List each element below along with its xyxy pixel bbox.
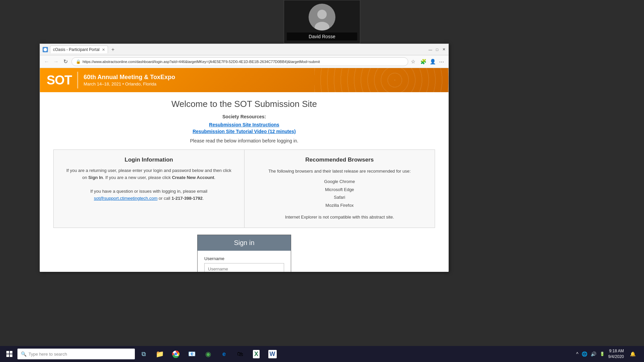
browser-title-bar: cOasis - Participant Portal ✕ + — □ ✕ <box>40 44 448 55</box>
page-content: SOT 60th Annual Meeting & ToxExpo March … <box>40 68 448 272</box>
browser-tab[interactable]: cOasis - Participant Portal ✕ <box>50 46 108 53</box>
signin-body: Username <box>198 251 291 272</box>
sot-logo: SOT <box>47 73 72 87</box>
society-resources-label: Society Resources: <box>53 114 435 119</box>
taskbar-app-outlook[interactable]: 📧 <box>184 347 199 361</box>
start-button[interactable] <box>3 347 16 361</box>
browser-window: cOasis - Participant Portal ✕ + — □ ✕ ← … <box>40 44 449 272</box>
forward-button[interactable]: → <box>53 58 59 65</box>
browsers-intro: The following browsers and their latest … <box>255 167 425 175</box>
sot-event-info: 60th Annual Meeting & ToxExpo March 14–1… <box>84 74 175 86</box>
store-icon: 🛍 <box>237 351 243 358</box>
excel-icon: X <box>253 350 260 358</box>
battery-icon[interactable]: 🔋 <box>600 352 605 356</box>
network-icon[interactable]: 🌐 <box>582 351 587 357</box>
notification-button[interactable]: 🔔 <box>627 349 638 359</box>
resubmission-instructions-link[interactable]: Resubmission Site Instructions <box>53 122 435 127</box>
notification-icon: 🔔 <box>630 351 636 357</box>
volume-icon[interactable]: 🔊 <box>591 351 596 357</box>
support-phone-text: or call <box>157 196 171 201</box>
browsers-info-box: Recommended Browsers The following brows… <box>244 150 435 228</box>
windows-icon <box>6 351 12 357</box>
menu-icon[interactable]: ⋯ <box>439 59 445 65</box>
svg-point-3 <box>44 48 47 51</box>
tab-title: cOasis - Participant Portal <box>53 47 100 52</box>
taskbar-app-edge[interactable]: e <box>217 347 231 361</box>
taskbar-search[interactable]: 🔍 Type here to search <box>17 349 135 359</box>
browser-chrome: Google Chrome <box>255 178 425 185</box>
maximize-button[interactable]: □ <box>435 48 439 52</box>
outlook-icon: 📧 <box>188 350 196 358</box>
support-phone: 1-217-398-1792 <box>171 196 203 201</box>
avatar <box>309 4 335 31</box>
support-end: . <box>203 196 204 201</box>
edge-icon: e <box>222 351 226 358</box>
window-controls: — □ ✕ <box>428 48 446 52</box>
taskbar-app-excel[interactable]: X <box>249 347 264 361</box>
taskbar-app-fileexplorer[interactable]: 📁 <box>152 347 167 361</box>
lock-icon: 🔒 <box>76 59 80 64</box>
minimize-button[interactable]: — <box>428 48 432 52</box>
chevron-up-icon[interactable]: ^ <box>576 351 579 357</box>
svg-point-1 <box>317 10 327 19</box>
video-user-name: David Rosse <box>287 33 357 41</box>
browsers-title: Recommended Browsers <box>255 157 425 163</box>
login-info-text: If you are a returning user, please ente… <box>64 167 234 202</box>
event-date: March 14–18, 2021 • Orlando, Florida <box>84 81 175 86</box>
clock-date: 9/4/2020 <box>608 354 624 360</box>
browser-safari: Safari <box>255 193 425 201</box>
profile-icon[interactable]: 👤 <box>430 59 436 65</box>
star-icon[interactable]: ☆ <box>411 59 417 65</box>
signin-header: Sign in <box>198 235 291 251</box>
search-icon: 🔍 <box>21 351 26 357</box>
taskbar-app-taskview[interactable]: ⧉ <box>136 347 151 361</box>
clock-time: 9:18 AM <box>608 348 624 354</box>
taskbar-app-chrome[interactable] <box>168 347 183 361</box>
username-label: Username <box>204 256 284 261</box>
login-info-title: Login Information <box>64 157 234 163</box>
task-view-icon: ⧉ <box>142 351 146 358</box>
green-app-icon: ◉ <box>205 350 211 358</box>
new-tab-button[interactable]: + <box>111 47 114 53</box>
video-overlay: David Rosse <box>284 0 360 44</box>
url-text: https://www.abstractsonline.com/dashboar… <box>83 60 320 64</box>
extensions-icon[interactable]: 🧩 <box>420 59 426 65</box>
address-field[interactable]: 🔒 https://www.abstractsonline.com/dashbo… <box>71 57 408 66</box>
info-boxes: Login Information If you are a returning… <box>53 149 435 228</box>
browser-address-bar: ← → ↻ 🔒 https://www.abstractsonline.com/… <box>40 55 448 68</box>
system-tray: ^ 🌐 🔊 🔋 9:18 AM 9/4/2020 🔔 <box>573 348 641 360</box>
support-text: If you have a question or issues with lo… <box>90 189 207 194</box>
welcome-title: Welcome to the SOT Submission Site <box>53 99 435 109</box>
login-info-box: Login Information If you are a returning… <box>54 150 244 228</box>
toolbar-icons: ☆ 🧩 👤 ⋯ <box>411 59 445 65</box>
browser-favicon <box>43 47 48 52</box>
resubmission-video-link[interactable]: Resubmission Site Tutorial Video (12 min… <box>53 129 435 134</box>
resource-links: Resubmission Site Instructions Resubmiss… <box>53 122 435 134</box>
sign-in-bold: Sign In <box>88 175 103 180</box>
login-text-part3: . <box>214 175 216 180</box>
search-placeholder-text: Type here to search <box>29 352 67 357</box>
system-clock: 9:18 AM 9/4/2020 <box>608 348 624 360</box>
username-input[interactable] <box>204 263 284 272</box>
create-account-bold: Create New Account <box>172 175 214 180</box>
taskbar-app-store[interactable]: 🛍 <box>233 347 248 361</box>
taskbar: 🔍 Type here to search ⧉ 📁 📧 ◉ e 🛍 X W ^ <box>0 346 644 362</box>
taskbar-app-word[interactable]: W <box>265 347 280 361</box>
close-button[interactable]: ✕ <box>442 48 446 52</box>
browsers-list: Google Chrome Microsoft Edge Safari Mozi… <box>255 178 425 209</box>
svg-point-5 <box>174 353 177 355</box>
ie-warning: Internet Explorer is not compatible with… <box>255 213 425 221</box>
banner-divider <box>77 72 78 88</box>
tab-close-button[interactable]: ✕ <box>102 48 105 52</box>
refresh-button[interactable]: ↻ <box>62 58 69 65</box>
word-icon: W <box>268 350 277 358</box>
login-text-part2: . If you are a new user, please click <box>103 175 172 180</box>
main-body: Welcome to the SOT Submission Site Socie… <box>40 92 448 272</box>
browser-edge: Microsoft Edge <box>255 186 425 193</box>
support-email-link[interactable]: sot@support.ctimeetingtech.com <box>94 196 158 201</box>
taskbar-app-green[interactable]: ◉ <box>201 347 215 361</box>
chrome-icon <box>172 350 180 358</box>
banner-pattern <box>314 68 448 92</box>
back-button[interactable]: ← <box>43 58 50 65</box>
browser-firefox: Mozilla Firefox <box>255 201 425 209</box>
